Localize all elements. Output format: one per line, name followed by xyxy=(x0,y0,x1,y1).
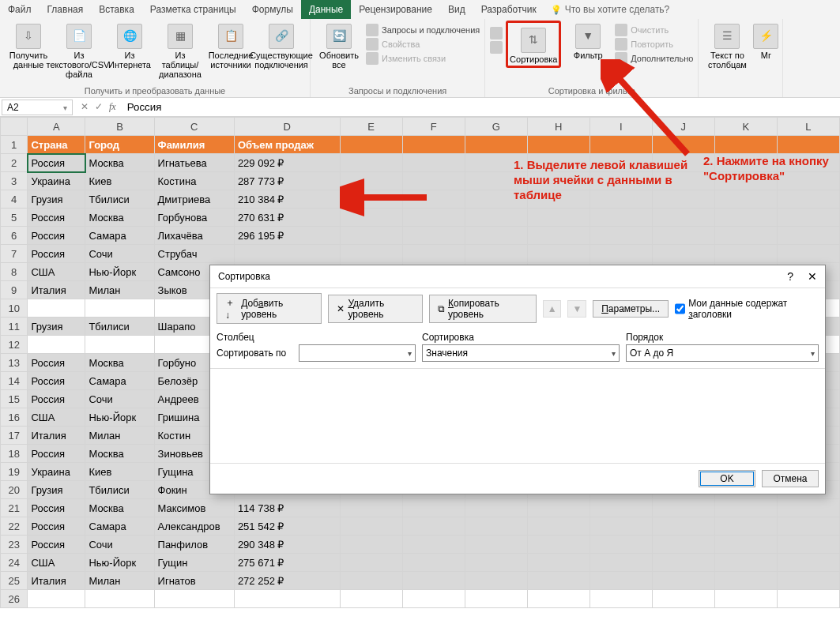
table-row[interactable]: 1СтранаГородФамилияОбъем продаж xyxy=(1,136,840,154)
sort-order-select[interactable]: От А до Я xyxy=(626,344,819,362)
table-row[interactable]: 7РоссияСочиСтрубач xyxy=(1,245,840,263)
table-row[interactable]: 5РоссияМоскваГорбунова270 631 ₽ xyxy=(1,209,840,227)
copy-level-button[interactable]: ⧉Копировать уровень xyxy=(429,295,537,323)
from-web-button[interactable]: 🌐Из Интернета xyxy=(106,21,153,70)
bulb-icon xyxy=(551,4,562,15)
column-headers[interactable]: ABCD EFGH IJKL xyxy=(1,118,840,136)
sort-options-button[interactable]: Параметры... xyxy=(593,300,669,318)
table-row[interactable]: 2РоссияМоскваИгнатьева229 092 ₽ xyxy=(1,154,840,172)
table-row[interactable]: 6РоссияСамараЛихачёва296 195 ₽ xyxy=(1,227,840,245)
queries-connections-button[interactable]: Запросы и подключения xyxy=(366,24,480,36)
text-to-columns-button[interactable]: ☰Текст по столбцам xyxy=(703,21,751,70)
tab-file[interactable]: Файл xyxy=(0,0,40,19)
clear-filter-button[interactable]: Очистить xyxy=(615,24,693,36)
sort-dialog: Сортировка ? ✕ ＋↓Добавить уровень ✕Удали… xyxy=(209,265,826,494)
edit-links-button[interactable]: Изменить связи xyxy=(366,52,480,65)
tab-data[interactable]: Данные xyxy=(301,0,351,19)
has-headers-checkbox[interactable]: Мои данные содержат заголовки xyxy=(675,298,819,320)
formula-input[interactable] xyxy=(122,100,840,115)
recent-sources-button[interactable]: 📋Последние источники xyxy=(207,21,254,70)
chevron-down-icon xyxy=(811,348,815,359)
cancel-formula-icon[interactable]: ✕ xyxy=(81,101,89,113)
group-label-queries: Запросы и подключения xyxy=(315,85,480,97)
table-row[interactable]: 3УкраинаКиевКостина287 773 ₽ xyxy=(1,172,840,190)
cancel-button[interactable]: Отмена xyxy=(762,470,819,487)
advanced-filter-button[interactable]: Дополнительно xyxy=(615,52,693,65)
sort-button[interactable]: ⇅Сортировка xyxy=(510,24,557,64)
refresh-all-button[interactable]: 🔄Обновить все xyxy=(315,21,363,70)
sort-header-label: Сортировка xyxy=(422,332,620,343)
accept-formula-icon[interactable]: ✓ xyxy=(95,101,103,113)
fx-icon[interactable]: fx xyxy=(109,101,116,113)
sort-by-label: Сортировать по xyxy=(217,348,292,359)
group-label-sort-filter: Сортировка и фильтр xyxy=(490,85,693,97)
table-row[interactable]: 24СШАНью-ЙоркГущин275 671 ₽ xyxy=(1,554,840,572)
table-row[interactable]: 4ГрузияТбилисиДмитриева210 384 ₽ xyxy=(1,190,840,209)
order-header-label: Порядок xyxy=(626,332,819,343)
group-label-get-transform: Получить и преобразовать данные xyxy=(5,85,305,97)
sort-asc-button[interactable] xyxy=(490,27,503,39)
name-box[interactable]: A2 xyxy=(2,100,73,115)
move-up-button[interactable]: ▲ xyxy=(543,300,562,318)
sort-desc-icon xyxy=(490,41,503,54)
formula-bar: A2 ✕ ✓ fx xyxy=(0,98,840,117)
column-header-label: Столбец xyxy=(217,332,416,343)
existing-conn-button[interactable]: 🔗Существующие подключения xyxy=(258,21,305,70)
help-icon[interactable]: ? xyxy=(787,270,793,283)
ok-button[interactable]: OK xyxy=(699,470,755,487)
properties-button[interactable]: Свойства xyxy=(366,38,480,51)
from-csv-button[interactable]: 📄Из текстового/CSV-файла xyxy=(55,21,103,79)
from-table-button[interactable]: ▦Из таблицы/диапазона xyxy=(156,21,204,79)
ribbon-tabs: Файл Главная Вставка Разметка страницы Ф… xyxy=(0,0,840,19)
funnel-icon: ▼ xyxy=(575,24,601,49)
chevron-down-icon xyxy=(612,348,616,359)
sort-column-select[interactable] xyxy=(299,344,416,362)
flash-fill-button[interactable]: ⚡Мг xyxy=(754,21,778,60)
tab-review[interactable]: Рецензирование xyxy=(351,0,440,19)
chevron-down-icon xyxy=(408,348,412,359)
tab-home[interactable]: Главная xyxy=(40,0,92,19)
table-row[interactable]: 21РоссияМоскваМаксимов114 738 ₽ xyxy=(1,499,840,517)
add-level-button[interactable]: ＋↓Добавить уровень xyxy=(217,293,322,324)
tab-page-layout[interactable]: Разметка страницы xyxy=(142,0,244,19)
move-down-button[interactable]: ▼ xyxy=(567,300,586,318)
delete-level-button[interactable]: ✕Удалить уровень xyxy=(328,295,423,323)
sort-asc-icon xyxy=(490,27,503,39)
get-data-button[interactable]: ⇩Получить данные xyxy=(5,21,52,70)
ribbon: ⇩Получить данные 📄Из текстового/CSV-файл… xyxy=(0,19,840,98)
tab-formulas[interactable]: Формулы xyxy=(244,0,301,19)
dialog-title: Сортировка xyxy=(218,271,270,282)
table-row[interactable]: 23РоссияСочиПанфилов290 348 ₽ xyxy=(1,536,840,554)
tab-view[interactable]: Вид xyxy=(440,0,473,19)
chevron-down-icon xyxy=(63,102,67,113)
tell-me-search[interactable]: Что вы хотите сделать? xyxy=(551,0,670,19)
tab-developer[interactable]: Разработчик xyxy=(473,0,544,19)
table-row[interactable]: 22РоссияСамараАлександров251 542 ₽ xyxy=(1,517,840,536)
tab-insert[interactable]: Вставка xyxy=(91,0,142,19)
sort-desc-button[interactable] xyxy=(490,41,503,54)
close-icon[interactable]: ✕ xyxy=(808,270,817,283)
filter-button[interactable]: ▼Фильтр xyxy=(564,21,612,60)
table-row[interactable]: 25ИталияМиланИгнатов272 252 ₽ xyxy=(1,572,840,590)
sort-on-select[interactable]: Значения xyxy=(422,344,620,362)
reapply-button[interactable]: Повторить xyxy=(615,38,693,51)
